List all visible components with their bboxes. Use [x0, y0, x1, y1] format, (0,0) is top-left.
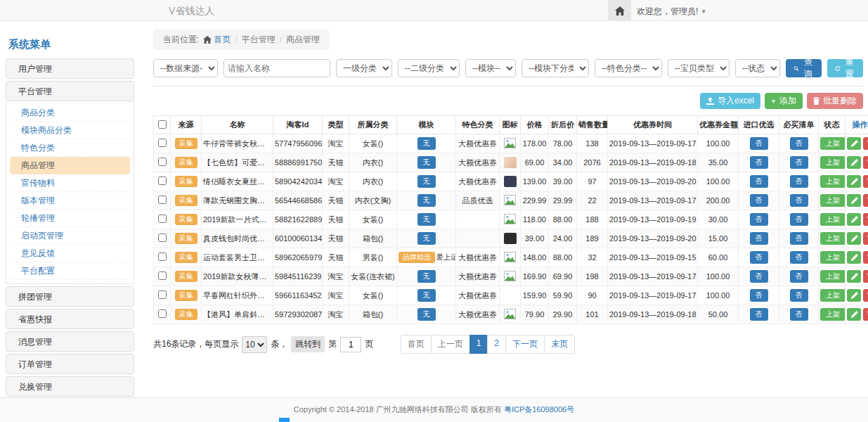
edit-button[interactable] [847, 232, 861, 245]
delete-button[interactable] [863, 289, 868, 302]
select-all-checkbox[interactable] [158, 120, 167, 129]
delete-button[interactable] [863, 232, 868, 245]
per-page-select[interactable]: 10 [242, 336, 267, 353]
filter-select[interactable]: --数据来源-- [153, 59, 218, 77]
delete-button[interactable] [863, 137, 868, 150]
delete-button[interactable] [863, 251, 868, 264]
sidebar-item[interactable]: 平台管理 [6, 81, 134, 101]
module-none-badge[interactable]: 无 [417, 213, 436, 226]
row-checkbox[interactable] [158, 309, 167, 318]
sidebar-subitem[interactable]: 意见反馈 [10, 245, 130, 262]
status-badge[interactable]: 上架 [820, 213, 846, 226]
sidebar-item[interactable]: 兑换管理 [6, 376, 134, 397]
mustbuy-toggle-badge[interactable]: 否 [790, 289, 808, 302]
home-button[interactable] [608, 0, 631, 21]
sidebar-item[interactable]: 订单管理 [6, 354, 134, 374]
import-toggle-badge[interactable]: 否 [750, 251, 768, 264]
sidebar-subitem[interactable]: 版本管理 [10, 192, 130, 210]
mustbuy-toggle-badge[interactable]: 否 [790, 137, 808, 150]
import-excel-button[interactable]: 导入excel [700, 93, 760, 109]
status-badge[interactable]: 上架 [820, 289, 846, 302]
edit-button[interactable] [847, 308, 861, 321]
sidebar-subitem[interactable]: 商品分类 [10, 104, 130, 122]
delete-button[interactable] [863, 175, 868, 188]
mustbuy-toggle-badge[interactable]: 否 [790, 308, 808, 321]
status-badge[interactable]: 上架 [820, 308, 846, 321]
name-search-input[interactable] [224, 59, 330, 77]
module-badge[interactable]: 品牌精选 [399, 252, 435, 263]
sidebar-item[interactable]: 用户管理 [6, 58, 134, 79]
sidebar-item[interactable]: 省惠快报 [6, 309, 134, 329]
edit-button[interactable] [847, 289, 861, 302]
row-checkbox[interactable] [158, 271, 167, 280]
delete-button[interactable] [863, 156, 868, 169]
delete-button[interactable] [863, 308, 868, 321]
filter-select[interactable]: --二级分类-- [398, 59, 460, 77]
filter-select[interactable]: 一级分类 [336, 59, 392, 77]
sidebar-subitem[interactable]: 启动页管理 [10, 227, 130, 245]
edit-button[interactable] [847, 194, 861, 207]
mustbuy-toggle-badge[interactable]: 否 [790, 213, 808, 226]
import-toggle-badge[interactable]: 否 [750, 156, 768, 169]
breadcrumb-item[interactable]: 商品管理 [286, 34, 320, 46]
module-none-badge[interactable]: 无 [417, 194, 436, 207]
pager-item[interactable]: 2 [487, 335, 506, 354]
import-toggle-badge[interactable]: 否 [750, 270, 768, 283]
status-badge[interactable]: 上架 [820, 251, 846, 264]
sidebar-subitem[interactable]: 特色分类 [10, 139, 130, 157]
edit-button[interactable] [847, 175, 861, 188]
status-badge[interactable]: 上架 [820, 137, 846, 150]
row-checkbox[interactable] [158, 290, 167, 299]
module-none-badge[interactable]: 无 [417, 308, 436, 321]
module-none-badge[interactable]: 无 [417, 270, 436, 283]
sidebar-subitem[interactable]: 模块商品分类 [10, 122, 130, 139]
filter-select[interactable]: --模块-- [465, 59, 516, 77]
import-toggle-badge[interactable]: 否 [750, 289, 768, 302]
mustbuy-toggle-badge[interactable]: 否 [790, 156, 808, 169]
status-badge[interactable]: 上架 [820, 232, 846, 245]
module-none-badge[interactable]: 无 [417, 232, 436, 245]
mustbuy-toggle-badge[interactable]: 否 [790, 194, 808, 207]
import-toggle-badge[interactable]: 否 [750, 232, 768, 245]
status-badge[interactable]: 上架 [820, 156, 846, 169]
pager-item[interactable]: 上一页 [431, 335, 470, 354]
reset-button[interactable]: 重置 [827, 59, 863, 77]
row-checkbox[interactable] [158, 234, 167, 242]
icp-link[interactable]: 粤ICP备16098006号 [504, 405, 574, 414]
sidebar-subitem[interactable]: 轮播管理 [10, 210, 130, 227]
module-none-badge[interactable]: 无 [417, 175, 436, 188]
row-checkbox[interactable] [158, 215, 167, 223]
row-checkbox[interactable] [158, 196, 167, 204]
sidebar-subitem[interactable]: 平台配置 [10, 262, 130, 280]
delete-button[interactable] [863, 270, 868, 283]
row-checkbox[interactable] [158, 252, 167, 261]
row-checkbox[interactable] [158, 158, 167, 166]
edit-button[interactable] [847, 270, 861, 283]
import-toggle-badge[interactable]: 否 [750, 137, 768, 150]
breadcrumb-item[interactable]: 平台管理 [242, 34, 276, 46]
edit-button[interactable] [847, 156, 861, 169]
mustbuy-toggle-badge[interactable]: 否 [790, 251, 808, 264]
module-none-badge[interactable]: 无 [417, 156, 436, 169]
import-toggle-badge[interactable]: 否 [750, 308, 768, 321]
sidebar-item[interactable]: 消息管理 [6, 331, 134, 352]
sidebar-subitem[interactable]: 商品管理 [10, 157, 130, 174]
user-menu[interactable]: 欢迎您，管理员!▼ [637, 6, 706, 18]
jump-button[interactable]: 跳转到 [291, 336, 325, 352]
pager-item[interactable]: 末页 [544, 335, 575, 354]
pager-item[interactable]: 1 [469, 335, 488, 354]
row-checkbox[interactable] [158, 139, 167, 147]
import-toggle-badge[interactable]: 否 [750, 175, 768, 188]
query-button[interactable]: 查询 [786, 59, 822, 77]
edit-button[interactable] [847, 213, 861, 226]
row-checkbox[interactable] [158, 177, 167, 185]
delete-button[interactable] [863, 213, 868, 226]
module-none-badge[interactable]: 无 [417, 137, 436, 150]
filter-select[interactable]: --状态-- [735, 59, 780, 77]
batch-delete-button[interactable]: 批量删除 [807, 93, 863, 109]
sidebar-item[interactable]: 拼团管理 [6, 286, 134, 307]
pager-item[interactable]: 下一页 [505, 335, 545, 354]
import-toggle-badge[interactable]: 否 [750, 213, 768, 226]
status-badge[interactable]: 上架 [820, 175, 846, 188]
mustbuy-toggle-badge[interactable]: 否 [790, 232, 808, 245]
